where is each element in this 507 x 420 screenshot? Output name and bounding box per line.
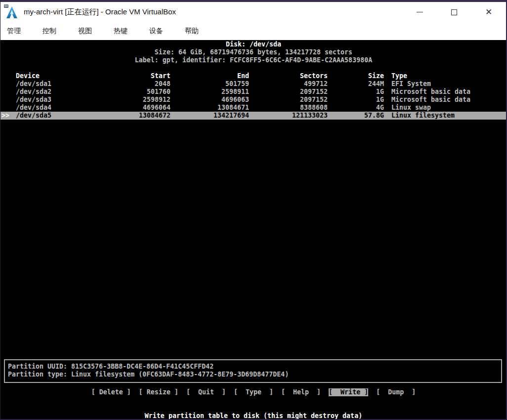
cell-size: 57.8G (328, 112, 384, 120)
selection-pointer: >> (0, 112, 16, 120)
window-border-left (0, 0, 0, 420)
cell-start: 4696064 (115, 104, 170, 112)
partition-row-sda1[interactable]: /dev/sda1 2048 501759 499712 244M EFI Sy… (0, 80, 507, 88)
64bit-badge: 64 (4, 4, 8, 8)
minimize-icon (417, 12, 423, 12)
cell-start: 2598912 (115, 96, 170, 104)
partition-type-line: Partition type: Linux filesystem (0FC63D… (8, 371, 501, 378)
window-title: my-arch-virt [正在运行] - Oracle VM VirtualB… (24, 7, 176, 17)
cell-end: 13084671 (170, 104, 249, 112)
cell-start: 501760 (115, 88, 170, 96)
cell-sectors: 2097152 (249, 96, 328, 104)
cell-end: 4696063 (170, 96, 249, 104)
cell-device: /dev/sda2 (16, 88, 115, 96)
partition-uuid-line: Partition UUID: 815C3576-3BB8-DC4E-86D4-… (8, 363, 501, 371)
cell-type: Linux filesystem (384, 112, 507, 120)
cell-sectors: 499712 (249, 80, 328, 88)
window-controls: ✕ (402, 2, 506, 22)
cell-size: 1G (328, 96, 384, 104)
minimize-button[interactable] (402, 2, 437, 22)
menubar: 管理 控制 视图 热键 设备 帮助 (0, 22, 506, 40)
cell-type: EFI System (384, 80, 507, 88)
menu-devices[interactable]: 设备 (149, 27, 163, 36)
cell-sectors: 2097152 (249, 88, 328, 96)
header-pointer-spacer (0, 72, 16, 80)
partition-info-box: Partition UUID: 815C3576-3BB8-DC4E-86D4-… (4, 359, 502, 383)
cell-sectors: 8388608 (249, 104, 328, 112)
cell-end: 2598911 (170, 88, 249, 96)
delete-button[interactable]: [ Delete ] (91, 388, 131, 396)
disk-header-line: Disk: /dev/sda (0, 41, 507, 48)
cell-size: 244M (328, 80, 384, 88)
row-pointer (0, 80, 16, 88)
cell-end: 501759 (170, 80, 249, 88)
col-header-device: Device (16, 72, 115, 80)
arch-linux-icon: 64 (5, 5, 19, 19)
col-header-start: Start (115, 72, 170, 80)
row-pointer (0, 104, 16, 112)
partition-row-sda2[interactable]: /dev/sda2 501760 2598911 2097152 1G Micr… (0, 88, 507, 96)
disk-size-line: Size: 64 GiB, 68719476736 bytes, 1342177… (0, 48, 507, 56)
col-header-type: Type (384, 72, 507, 80)
cell-device: /dev/sda5 (16, 112, 115, 120)
close-button[interactable]: ✕ (471, 2, 506, 22)
cell-start: 2048 (115, 80, 170, 88)
virtualbox-window: 64 my-arch-virt [正在运行] - Oracle VM Virtu… (0, 0, 507, 420)
col-header-end: End (170, 72, 249, 80)
cell-device: /dev/sda4 (16, 104, 115, 112)
row-pointer (0, 96, 16, 104)
cell-type: Microsoft basic data (384, 96, 507, 104)
menu-input[interactable]: 热键 (114, 27, 127, 36)
menu-machine[interactable]: 管理 (7, 27, 21, 36)
cell-type: Linux swap (384, 104, 507, 112)
close-icon: ✕ (485, 8, 492, 16)
cell-sectors: 121133023 (249, 112, 328, 120)
cell-type: Microsoft basic data (384, 88, 507, 96)
help-button[interactable]: [ Help ] (281, 388, 321, 396)
cell-device: /dev/sda3 (16, 96, 115, 104)
menu-control[interactable]: 控制 (42, 27, 56, 36)
cell-start: 13084672 (115, 112, 170, 120)
disk-label-line: Label: gpt, identifier: FCFC8FF5-6C6C-AF… (0, 56, 507, 64)
titlebar[interactable]: 64 my-arch-virt [正在运行] - Oracle VM Virtu… (0, 2, 506, 22)
cfdisk-action-menu: [ Delete ] [ Resize ] [ Quit ] [ Type ] … (0, 388, 507, 396)
partition-row-sda3[interactable]: /dev/sda3 2598912 4696063 2097152 1G Mic… (0, 96, 507, 104)
partition-table-header: Device Start End Sectors Size Type (0, 72, 507, 80)
resize-button[interactable]: [ Resize ] (139, 388, 178, 396)
cell-size: 4G (328, 104, 384, 112)
write-button[interactable]: [ Write ] (329, 388, 368, 396)
menu-help[interactable]: 帮助 (185, 27, 199, 36)
menu-view[interactable]: 视图 (78, 27, 92, 36)
cell-device: /dev/sda1 (16, 80, 115, 88)
col-header-size: Size (328, 72, 384, 80)
cell-size: 1G (328, 88, 384, 96)
maximize-button[interactable] (437, 2, 471, 22)
quit-button[interactable]: [ Quit ] (186, 388, 226, 396)
col-header-sectors: Sectors (249, 72, 328, 80)
type-button[interactable]: [ Type ] (234, 388, 273, 396)
vm-terminal-screen[interactable]: Disk: /dev/sda Size: 64 GiB, 68719476736… (0, 40, 507, 419)
partition-row-sda5-selected[interactable]: >> /dev/sda5 13084672 134217694 12113302… (0, 112, 507, 120)
cell-end: 134217694 (170, 112, 249, 120)
maximize-icon (451, 9, 457, 15)
partition-row-sda4[interactable]: /dev/sda4 4696064 13084671 8388608 4G Li… (0, 104, 507, 112)
dump-button[interactable]: [ Dump ] (376, 388, 416, 396)
row-pointer (0, 88, 16, 96)
